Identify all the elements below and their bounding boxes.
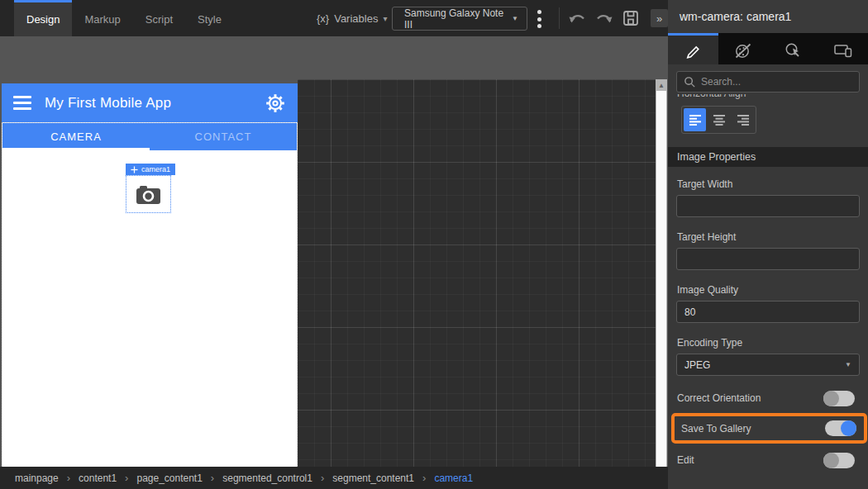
panel-tab-bar: [668, 33, 868, 64]
breadcrumb-separator: ›: [125, 472, 128, 484]
encoding-type-label: Encoding Type: [677, 337, 742, 349]
app-window: DesignMarkupScriptStyle {x} Variables ▾ …: [0, 0, 868, 489]
target-height-input[interactable]: [676, 248, 860, 270]
align-right-button[interactable]: [732, 108, 754, 131]
segment-content: camera1: [2, 150, 297, 489]
widget-badge-label: camera1: [141, 165, 170, 173]
widget-selection-badge[interactable]: camera1: [126, 164, 175, 175]
breadcrumb-item-segmented_control1[interactable]: segmented_control1: [222, 472, 312, 484]
breadcrumb-separator: ›: [211, 472, 214, 484]
horizontal-align-label: Horizontal Align: [677, 94, 809, 101]
redo-button[interactable]: [594, 8, 615, 28]
edit-label: Edit: [677, 454, 694, 466]
mobile-app-title: My First Mobile App: [45, 95, 171, 112]
device-selector[interactable]: Samsung Galaxy Note III ▼: [392, 7, 527, 31]
mode-tabs: DesignMarkupScriptStyle: [14, 0, 234, 36]
variables-x-icon: {x}: [317, 12, 329, 25]
pencil-icon: [684, 41, 702, 59]
collapse-chevrons: »: [656, 12, 662, 25]
correct-orientation-label: Correct Orientation: [677, 392, 761, 404]
segmented-control: CAMERA CONTACT camera1: [2, 122, 298, 489]
save-icon: [622, 9, 640, 27]
device-selector-value: Samsung Galaxy Note III: [404, 7, 512, 31]
property-search[interactable]: [676, 71, 860, 93]
panel-title: wm-camera: camera1: [668, 0, 868, 33]
scroll-up-icon[interactable]: ▲: [656, 79, 667, 91]
canvas-grid[interactable]: [298, 79, 656, 489]
align-center-icon: [713, 114, 726, 126]
encoding-type-value: JPEG: [684, 359, 710, 371]
image-quality-label: Image Quality: [677, 284, 738, 296]
breadcrumb-separator: ›: [67, 472, 70, 484]
align-left-button[interactable]: [684, 108, 706, 131]
save-button[interactable]: [620, 8, 641, 28]
devices-icon: [832, 41, 854, 59]
tab-events[interactable]: [768, 33, 818, 64]
undo-button[interactable]: [566, 8, 588, 28]
toolbar-divider: [559, 7, 560, 29]
breadcrumb-separator: ›: [321, 472, 324, 484]
properties-panel: wm-camera: camera1: [668, 0, 868, 489]
redo-icon: [594, 10, 614, 26]
mode-tab-design[interactable]: Design: [14, 0, 72, 36]
target-width-label: Target Width: [677, 178, 732, 190]
hamburger-menu-icon[interactable]: [13, 96, 31, 110]
horizontal-align-group: [681, 106, 756, 134]
breadcrumb-item-mainpage[interactable]: mainpage: [15, 472, 59, 484]
save-to-gallery-toggle[interactable]: [825, 420, 856, 436]
top-toolbar: DesignMarkupScriptStyle {x} Variables ▾ …: [0, 0, 668, 36]
breadcrumb: mainpage›content1›page_content1›segmente…: [0, 467, 668, 489]
kebab-menu-icon[interactable]: [537, 10, 542, 28]
edit-toggle[interactable]: [823, 453, 855, 468]
undo-icon: [567, 10, 587, 26]
search-icon: [684, 76, 696, 88]
mode-tab-style[interactable]: Style: [185, 0, 234, 36]
scrollbar-thumb[interactable]: [656, 91, 666, 489]
move-icon: [131, 166, 138, 173]
design-workspace: ▲ ▼ My First Mobile App: [0, 36, 668, 467]
collapse-panel-button[interactable]: »: [651, 9, 668, 27]
mode-tab-script[interactable]: Script: [133, 0, 185, 36]
breadcrumb-item-camera1[interactable]: camera1: [434, 472, 473, 484]
mobile-app-header: My First Mobile App: [2, 83, 298, 122]
target-width-input[interactable]: [676, 195, 860, 217]
segment-tab-camera[interactable]: CAMERA: [2, 123, 150, 150]
target-height-label: Target Height: [677, 231, 736, 243]
align-left-icon: [689, 114, 702, 126]
mode-tab-markup[interactable]: Markup: [72, 0, 132, 36]
search-input[interactable]: [701, 76, 852, 88]
image-properties-header: Image Properties: [668, 147, 868, 167]
tab-properties[interactable]: [668, 33, 718, 64]
pointer-magnifier-icon: [783, 41, 803, 59]
variables-menu[interactable]: {x} Variables ▾: [317, 0, 387, 36]
correct-orientation-row: Correct Orientation: [668, 387, 868, 410]
edit-row: Edit: [668, 449, 868, 472]
align-center-button[interactable]: [708, 108, 730, 131]
tab-styles[interactable]: [718, 33, 769, 64]
camera-icon: [136, 184, 161, 205]
correct-orientation-toggle[interactable]: [823, 391, 855, 406]
encoding-type-select[interactable]: JPEG ▼: [676, 354, 860, 376]
breadcrumb-item-page_content1[interactable]: page_content1: [136, 472, 202, 484]
breadcrumb-item-segment_content1[interactable]: segment_content1: [332, 472, 414, 484]
save-to-gallery-label: Save To Gallery: [681, 423, 751, 434]
segment-tab-contact[interactable]: CONTACT: [150, 123, 297, 150]
camera-widget[interactable]: camera1: [126, 164, 175, 213]
segment-tab-bar: CAMERA CONTACT: [2, 123, 297, 150]
camera-widget-box[interactable]: [126, 175, 171, 213]
align-right-icon: [737, 114, 750, 126]
tab-devices[interactable]: [818, 33, 868, 64]
variables-label: Variables: [334, 12, 378, 25]
canvas-scrollbar[interactable]: ▲ ▼: [656, 79, 667, 489]
dropdown-arrow-icon: ▼: [845, 361, 851, 368]
settings-gear-icon[interactable]: [265, 93, 286, 114]
mobile-preview: My First Mobile App: [2, 83, 298, 489]
chevron-down-icon: ▾: [383, 14, 387, 23]
breadcrumb-item-content1[interactable]: content1: [79, 472, 117, 484]
palette-icon: [733, 41, 753, 59]
image-quality-input[interactable]: [676, 301, 860, 323]
save-to-gallery-highlight: Save To Gallery: [671, 413, 867, 444]
breadcrumb-separator: ›: [422, 472, 426, 484]
dropdown-arrow-icon: ▼: [512, 15, 518, 22]
